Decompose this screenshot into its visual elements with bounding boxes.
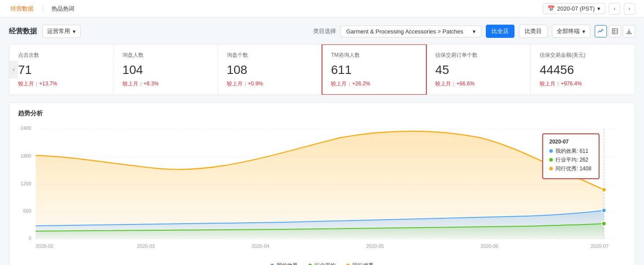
- metrics-row: ‹ 点击次数 71 较上月：+13.7% 询盘人数 104 较上月：+8.3% …: [9, 44, 635, 95]
- chart-svg: 2400 1800 1200 600 0 2020-02 2020-03 202…: [18, 125, 626, 257]
- download-btn[interactable]: [623, 25, 635, 37]
- tooltip-dot-blue: [549, 149, 553, 153]
- change-prefix: 较上月：: [227, 81, 248, 87]
- chevron-down-icon: ▾: [473, 28, 476, 35]
- svg-text:2020-07: 2020-07: [591, 243, 608, 249]
- metric-card-clicks: 点击次数 71 较上月：+13.7%: [9, 44, 114, 95]
- metric-label-order-amount: 信保交易金额(美元): [540, 52, 626, 59]
- metric-value-tm: 611: [331, 63, 417, 77]
- compare-category-btn[interactable]: 比类目: [519, 25, 548, 38]
- date-value: 2020-07 (PST): [557, 5, 595, 12]
- svg-text:600: 600: [23, 208, 31, 213]
- metric-label-inquiry-people: 询盘人数: [122, 52, 209, 59]
- svg-text:2020-02: 2020-02: [36, 243, 53, 249]
- change-prefix: 较上月：: [331, 81, 352, 87]
- page-title: 经营数据: [9, 27, 37, 36]
- metric-change-order-amount: 较上月：+976.4%: [540, 80, 626, 88]
- svg-text:2020-03: 2020-03: [137, 243, 155, 249]
- tooltip-dot-green: [549, 158, 553, 162]
- line-chart-view-btn[interactable]: [595, 25, 607, 37]
- terminal-label: 全部终端: [557, 27, 580, 35]
- chart-tooltip: 2020-07 我的效果: 611 行业平均: 262 同行优秀: 1408: [542, 133, 600, 179]
- metric-change-inquiry-people: 较上月：+8.3%: [122, 80, 209, 88]
- change-val: +13.7%: [39, 81, 57, 87]
- green-endpoint: [602, 221, 606, 226]
- date-selector[interactable]: 📅 2020-07 (PST) ▾: [543, 3, 605, 14]
- legend-item-peer[interactable]: 同行优秀: [346, 262, 374, 265]
- tooltip-date: 2020-07: [549, 139, 592, 145]
- tooltip-dot-yellow: [549, 167, 553, 170]
- change-prefix: 较上月：: [18, 81, 39, 87]
- nav-item-data[interactable]: 经营数据: [9, 5, 35, 13]
- metric-value-order-amount: 44456: [540, 63, 626, 77]
- metric-card-inquiry-people: 询盘人数 104 较上月：+8.3%: [114, 44, 218, 95]
- svg-text:1800: 1800: [21, 153, 31, 158]
- terminal-selector[interactable]: 全部终端 ▾: [552, 25, 590, 38]
- change-prefix: 较上月：: [540, 81, 561, 87]
- chart-legend: 我的效果 行业平均 同行优秀: [18, 262, 626, 265]
- blue-endpoint: [602, 208, 606, 213]
- metrics-prev-arrow[interactable]: ‹: [9, 61, 18, 78]
- chevron-down-icon: ▾: [582, 28, 585, 35]
- tooltip-row-green: 行业平均: 262: [549, 156, 592, 164]
- metric-card-inquiry-count: 询盘个数 108 较上月：+0.9%: [218, 44, 322, 95]
- tooltip-label-green: 行业平均: 262: [555, 156, 588, 164]
- svg-text:2400: 2400: [21, 125, 31, 131]
- change-val: +66.6%: [456, 81, 474, 87]
- metric-card-tm: TM咨询人数 611 较上月：+26.2%: [322, 44, 426, 95]
- legend-label-my: 我的效果: [277, 262, 298, 265]
- legend-label-industry: 行业平均: [315, 262, 336, 265]
- change-val: +976.4%: [561, 81, 582, 87]
- compare-all-shop-btn[interactable]: 比全店: [486, 25, 514, 38]
- metric-label-tm: TM咨询人数: [331, 52, 417, 59]
- legend-item-industry[interactable]: 行业平均: [308, 262, 336, 265]
- metric-label-inquiry-count: 询盘个数: [227, 52, 313, 59]
- change-prefix: 较上月：: [435, 81, 456, 87]
- tooltip-label-blue: 我的效果: 611: [555, 147, 588, 155]
- category-selector[interactable]: Garment & Processing Accessories > Patch…: [341, 26, 481, 37]
- metric-value-order-count: 45: [435, 63, 522, 77]
- nav-item-hot[interactable]: 热品热词: [50, 5, 76, 13]
- svg-text:2020-05: 2020-05: [366, 243, 384, 249]
- prev-arrow[interactable]: ‹: [609, 3, 620, 15]
- metric-value-clicks: 71: [18, 63, 104, 77]
- metric-change-order-count: 较上月：+66.6%: [435, 80, 522, 88]
- operations-dropdown[interactable]: 运营常用 ▾: [42, 25, 81, 38]
- chevron-down-icon: ▾: [597, 5, 600, 12]
- legend-label-peer: 同行优秀: [352, 262, 374, 265]
- nav-left: 经营数据 热品热词: [9, 5, 76, 13]
- table-icon: [612, 28, 618, 34]
- metric-change-inquiry-count: 较上月：+0.9%: [227, 80, 313, 88]
- next-arrow[interactable]: ›: [624, 3, 635, 15]
- download-icon: [626, 28, 632, 34]
- nav-right: 📅 2020-07 (PST) ▾ ‹ ›: [543, 3, 635, 15]
- tooltip-label-yellow: 同行优秀: 1408: [555, 165, 591, 173]
- yellow-endpoint: [602, 188, 606, 192]
- view-icons: [595, 25, 635, 37]
- metric-value-inquiry-people: 104: [122, 63, 209, 77]
- change-prefix: 较上月：: [122, 81, 144, 87]
- svg-text:1200: 1200: [21, 181, 31, 186]
- legend-item-my[interactable]: 我的效果: [270, 262, 298, 265]
- toolbar: 经营数据 运营常用 ▾ 类目选择 Garment & Processing Ac…: [9, 25, 635, 38]
- main-content: 经营数据 运营常用 ▾ 类目选择 Garment & Processing Ac…: [0, 18, 644, 265]
- category-value: Garment & Processing Accessories > Patch…: [346, 28, 463, 35]
- chart-title: 趋势分析: [18, 110, 626, 118]
- change-val: +8.3%: [144, 81, 159, 87]
- metric-card-order-count: 信保交易订单个数 45 较上月：+66.6%: [426, 44, 531, 95]
- top-nav: 经营数据 热品热词 📅 2020-07 (PST) ▾ ‹ ›: [0, 0, 644, 18]
- chevron-down-icon: ▾: [73, 28, 76, 35]
- change-val: +26.2%: [352, 81, 370, 87]
- tooltip-row-blue: 我的效果: 611: [549, 147, 592, 155]
- calendar-icon: 📅: [548, 5, 555, 12]
- line-chart-icon: [598, 28, 604, 34]
- metric-label-clicks: 点击次数: [18, 52, 104, 59]
- nav-divider: [42, 6, 43, 12]
- toolbar-center: 类目选择 Garment & Processing Accessories > …: [313, 25, 635, 38]
- svg-rect-0: [612, 29, 618, 34]
- metric-label-order-count: 信保交易订单个数: [435, 52, 522, 59]
- change-val: +0.9%: [248, 81, 263, 87]
- table-view-btn[interactable]: [609, 25, 621, 37]
- chart-section: 趋势分析 2400 1800 1200 600 0 2020-02 2020-0…: [9, 102, 635, 265]
- tooltip-row-yellow: 同行优秀: 1408: [549, 165, 592, 173]
